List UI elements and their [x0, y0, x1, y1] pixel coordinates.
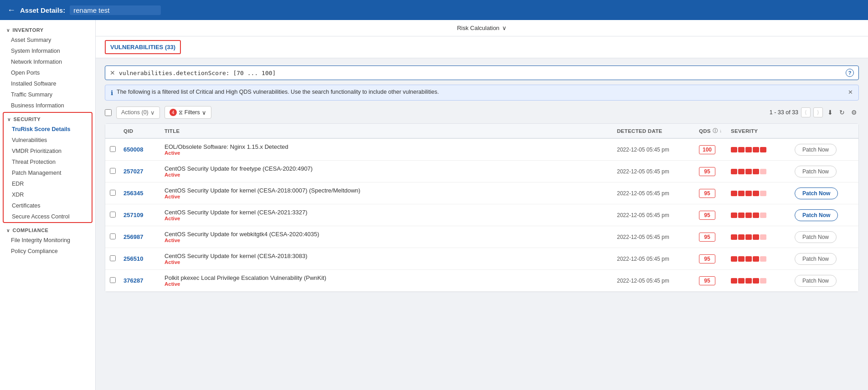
row-checkbox[interactable] — [110, 168, 116, 174]
sidebar-item-installed-software[interactable]: Installed Software — [0, 78, 95, 89]
prev-page-button[interactable]: ⟩ — [813, 107, 823, 117]
row-checkbox[interactable] — [110, 233, 116, 239]
tab-vulnerabilities[interactable]: VULNERABILITIES (33) — [105, 40, 181, 54]
vuln-status: Active — [164, 238, 617, 243]
vuln-date: 2022-12-05 05:45 pm — [617, 278, 699, 284]
vuln-qid[interactable]: 256345 — [123, 190, 164, 197]
sidebar-item-vulnerabilities[interactable]: Vulnerabilities — [4, 135, 92, 146]
filters-button[interactable]: 4 ⧖ Filters ∨ — [164, 106, 211, 119]
header: ← Asset Details: — [0, 0, 868, 20]
patch-now-button[interactable]: Patch Now — [795, 166, 837, 177]
sidebar-item-traffic-summary[interactable]: Traffic Summary — [0, 89, 95, 100]
settings-button[interactable]: ⚙ — [849, 108, 859, 117]
vuln-date: 2022-12-05 05:45 pm — [617, 212, 699, 218]
severity-bars — [731, 278, 795, 284]
row-checkbox[interactable] — [110, 190, 116, 196]
back-button[interactable]: ← — [7, 5, 15, 15]
risk-calculation-label: Risk Calculation — [457, 25, 499, 31]
sidebar-item-system-information[interactable]: System Information — [0, 46, 95, 56]
sidebar-item-xdr[interactable]: XDR — [4, 189, 92, 200]
sidebar-item-secure-access-control[interactable]: Secure Access Control — [4, 211, 92, 222]
sev-bar — [738, 147, 745, 152]
table-row: 650008 EOL/Obsolete Software: Nginx 1.15… — [105, 139, 858, 161]
sidebar-item-asset-summary[interactable]: Asset Summary — [0, 35, 95, 46]
vuln-qid[interactable]: 650008 — [123, 146, 164, 153]
actions-button[interactable]: Actions (0) ∨ — [116, 106, 160, 119]
select-all-checkbox[interactable] — [105, 109, 112, 116]
vuln-qid[interactable]: 376287 — [123, 277, 164, 284]
sidebar: ∨ INVENTORY Asset Summary System Informa… — [0, 20, 96, 390]
patch-now-button[interactable]: Patch Now — [795, 275, 837, 287]
risk-calculation-chevron[interactable]: ∨ — [502, 25, 507, 31]
patch-now-button[interactable]: Patch Now — [795, 144, 837, 156]
vuln-qid[interactable]: 257027 — [123, 168, 164, 175]
sidebar-item-network-information[interactable]: Network Information — [0, 56, 95, 67]
pagination: 1 - 33 of 33 ⟨ ⟩ ⬇ ↻ ⚙ — [770, 107, 859, 117]
vuln-title-cell: Polkit pkexec Local Privilege Escalation… — [164, 274, 617, 287]
qds-badge: 95 — [699, 189, 715, 198]
sidebar-item-vmdr-prioritization[interactable]: VMDR Prioritization — [4, 146, 92, 157]
sev-bar — [753, 256, 759, 262]
vuln-qid[interactable]: 256510 — [123, 255, 164, 262]
sidebar-section-header-security[interactable]: ∨ SECURITY — [4, 113, 92, 124]
sidebar-item-policy-compliance[interactable]: Policy Compliance — [0, 246, 95, 257]
table-row: 376287 Polkit pkexec Local Privilege Esc… — [105, 270, 858, 292]
filters-label: Filters — [185, 109, 200, 116]
vuln-title: CentOS Security Update for kernel (CESA-… — [164, 187, 617, 194]
col-detected-date: DETECTED DATE — [617, 128, 699, 134]
toolbar: Actions (0) ∨ 4 ⧖ Filters ∨ 1 - 33 of 33… — [105, 106, 859, 119]
vuln-title: Polkit pkexec Local Privilege Escalation… — [164, 274, 617, 281]
row-checkbox[interactable] — [110, 212, 116, 218]
help-icon[interactable]: ? — [846, 69, 854, 77]
sev-bar — [753, 278, 759, 284]
sidebar-item-patch-management[interactable]: Patch Management — [4, 167, 92, 178]
asset-name-input[interactable] — [70, 5, 161, 15]
info-banner-close[interactable]: ✕ — [848, 89, 853, 96]
patch-now-button[interactable]: Patch Now — [795, 253, 837, 265]
main-content: Risk Calculation ∨ VULNERABILITIES (33) … — [96, 20, 868, 390]
patch-now-button-active[interactable]: Patch Now — [795, 187, 838, 199]
table-row: 256345 CentOS Security Update for kernel… — [105, 182, 858, 204]
vuln-qid[interactable]: 256987 — [123, 233, 164, 240]
table-row: 257027 CentOS Security Update for freety… — [105, 161, 858, 182]
row-checkbox[interactable] — [110, 255, 116, 261]
vuln-title-cell: CentOS Security Update for webkitgtk4 (C… — [164, 231, 617, 243]
sev-bar — [731, 234, 737, 240]
row-checkbox[interactable] — [110, 146, 116, 152]
sidebar-item-threat-protection[interactable]: Threat Protection — [4, 157, 92, 167]
sidebar-section-header-compliance[interactable]: ∨ COMPLIANCE — [0, 224, 95, 235]
sidebar-item-open-ports[interactable]: Open Ports — [0, 67, 95, 78]
vuln-status: Active — [164, 194, 617, 199]
section-label-inventory: INVENTORY — [13, 27, 44, 33]
vuln-qid[interactable]: 257109 — [123, 212, 164, 218]
sev-bar — [745, 213, 752, 218]
search-query[interactable]: vulnerabilities.detectionScore: [70 ... … — [119, 70, 842, 76]
qds-sort-icon[interactable]: ↓ — [719, 128, 722, 133]
sidebar-item-trurisk-score-details[interactable]: TruRisk Score Details — [4, 124, 92, 135]
vuln-date: 2022-12-05 05:45 pm — [617, 190, 699, 197]
vuln-date: 2022-12-05 05:45 pm — [617, 234, 699, 240]
sidebar-item-certificates[interactable]: Certificates — [4, 200, 92, 211]
sidebar-item-file-integrity-monitoring[interactable]: File Integrity Monitoring — [0, 235, 95, 246]
first-page-button[interactable]: ⟨ — [801, 107, 811, 117]
severity-bars — [731, 191, 795, 196]
qds-info-icon[interactable]: ⓘ — [713, 127, 718, 134]
sidebar-item-edr[interactable]: EDR — [4, 178, 92, 189]
qds-badge: 95 — [699, 211, 715, 220]
vuln-date: 2022-12-05 05:45 pm — [617, 147, 699, 153]
refresh-button[interactable]: ↻ — [837, 108, 847, 117]
table-row: 256987 CentOS Security Update for webkit… — [105, 226, 858, 248]
vuln-status: Active — [164, 259, 617, 265]
row-checkbox[interactable] — [110, 277, 116, 283]
patch-now-button-active[interactable]: Patch Now — [795, 209, 838, 221]
sidebar-section-header-inventory[interactable]: ∨ INVENTORY — [0, 24, 95, 35]
patch-now-button[interactable]: Patch Now — [795, 231, 837, 243]
vuln-status: Active — [164, 150, 617, 156]
sev-bar — [738, 256, 745, 262]
search-clear-icon[interactable]: ✕ — [110, 69, 115, 76]
search-bar: ✕ vulnerabilities.detectionScore: [70 ..… — [105, 66, 859, 80]
sidebar-section-inventory: ∨ INVENTORY Asset Summary System Informa… — [0, 24, 95, 111]
download-button[interactable]: ⬇ — [826, 108, 835, 117]
vuln-title: CentOS Security Update for kernel (CESA-… — [164, 209, 617, 216]
sidebar-item-business-information[interactable]: Business Information — [0, 100, 95, 111]
